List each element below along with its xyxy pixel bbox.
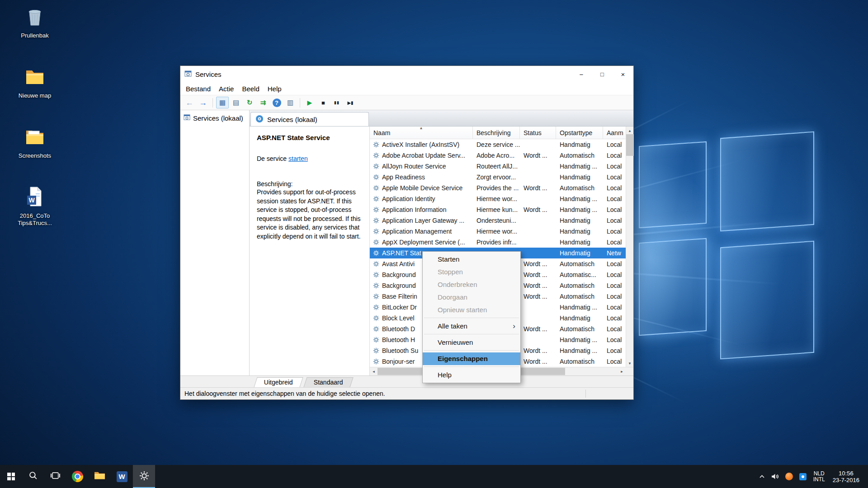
menu-beeld[interactable]: Beeld xyxy=(238,83,263,94)
menu-starten[interactable]: Starten xyxy=(423,253,520,266)
menu-vernieuwen[interactable]: Vernieuwen xyxy=(423,336,520,349)
menu-stoppen[interactable]: Stoppen xyxy=(423,266,520,278)
menu-doorgaan[interactable]: Doorgaan xyxy=(423,291,520,304)
service-logon-as: Local xyxy=(603,195,622,202)
desktop-icon-recycle-bin[interactable]: Prullenbak xyxy=(10,5,60,39)
menu-help[interactable]: Help xyxy=(264,83,286,94)
desktop-icon-screenshots[interactable]: Screenshots xyxy=(10,126,60,160)
tree-root-services-lokaal[interactable]: Services (lokaal) xyxy=(180,113,249,123)
tab-uitgebreid[interactable]: Uitgebreid xyxy=(254,377,303,387)
column-status[interactable]: Status xyxy=(520,127,556,139)
show-action-pane-button[interactable]: ▥ xyxy=(284,97,297,108)
stop-service-button[interactable]: ■ xyxy=(317,97,330,108)
service-row[interactable]: Apple Mobile Device Service Provides the… xyxy=(370,183,626,193)
clock-date: 23-7-2016 xyxy=(833,477,859,483)
status-bar-text: Het dialoogvenster met eigenschappen van… xyxy=(184,390,385,397)
service-action-line: De service starten xyxy=(257,155,363,162)
service-name: Background xyxy=(382,282,416,289)
column-naam[interactable]: Naam xyxy=(370,127,473,139)
service-logon-as: Local xyxy=(603,260,622,267)
scroll-up-icon[interactable]: ▴ xyxy=(626,127,634,134)
service-status: Wordt ... xyxy=(520,206,556,213)
language-indicator[interactable]: NLD INTL xyxy=(810,471,829,483)
service-action-prefix: De service xyxy=(257,155,288,162)
minimize-button[interactable]: − xyxy=(571,66,592,82)
word-button[interactable] xyxy=(111,465,133,488)
service-name: BitLocker Dr xyxy=(382,304,417,311)
service-logon-as: Local xyxy=(603,347,622,354)
pane-tab-label: Services (lokaal) xyxy=(267,116,317,123)
help-button[interactable]: ? xyxy=(270,97,283,108)
start-button[interactable] xyxy=(0,465,22,488)
service-status: Wordt ... xyxy=(520,293,556,300)
start-service-link[interactable]: starten xyxy=(288,155,308,162)
clock[interactable]: 10:56 23-7-2016 xyxy=(829,470,863,483)
start-service-button[interactable]: ▶ xyxy=(303,97,316,108)
column-opstarttype[interactable]: Opstarttype xyxy=(556,127,603,139)
service-logon-as: Local xyxy=(603,141,622,148)
service-row[interactable]: Adobe Acrobat Update Serv... Adobe Acro.… xyxy=(370,150,626,161)
scroll-down-icon[interactable]: ▾ xyxy=(626,359,634,367)
pause-service-button[interactable]: ▮▮ xyxy=(330,97,343,108)
service-gear-icon xyxy=(373,272,379,278)
title-bar[interactable]: Services − □ × xyxy=(180,66,633,82)
menu-bestand[interactable]: Bestand xyxy=(182,83,215,94)
service-row[interactable]: App Readiness Zorgt ervoor... Handmatig … xyxy=(370,172,626,183)
word-icon xyxy=(117,471,127,482)
service-status: Wordt ... xyxy=(520,260,556,267)
status-bar: Het dialoogvenster met eigenschappen van… xyxy=(180,387,633,399)
scroll-left-icon[interactable]: ◂ xyxy=(370,369,377,374)
properties-button[interactable]: ▤ xyxy=(230,97,242,108)
service-row[interactable]: Application Identity Hiermee wor... Hand… xyxy=(370,193,626,204)
service-logon-as: Local xyxy=(603,184,622,192)
services-taskbar-button[interactable] xyxy=(133,465,155,488)
column-beschrijving[interactable]: Beschrijving xyxy=(473,127,520,139)
desktop-icon-label: Screenshots xyxy=(19,152,51,160)
menu-opnieuw-starten[interactable]: Opnieuw starten xyxy=(423,304,520,316)
close-button[interactable]: × xyxy=(613,66,633,82)
maximize-button[interactable]: □ xyxy=(592,66,613,82)
show-console-tree-button[interactable]: ▦ xyxy=(216,97,229,108)
service-name: Application Layer Gateway ... xyxy=(382,217,464,224)
export-list-button[interactable]: ⇉ xyxy=(257,97,269,108)
menu-help[interactable]: Help xyxy=(423,369,520,381)
menu-alle-taken[interactable]: Alle taken xyxy=(423,320,520,333)
forward-button[interactable]: → xyxy=(197,97,209,108)
service-row[interactable]: Application Layer Gateway ... Ondersteun… xyxy=(370,215,626,226)
desktop-icon-label: Nieuwe map xyxy=(19,92,51,99)
pane-tab-services-lokaal[interactable]: Services (lokaal) xyxy=(250,112,369,126)
windows-logo-icon xyxy=(7,473,15,480)
messaging-tray-icon[interactable] xyxy=(796,465,810,488)
chrome-icon xyxy=(72,471,83,482)
desktop-icon-nieuwe-map[interactable]: Nieuwe map xyxy=(10,66,60,99)
menu-actie[interactable]: Actie xyxy=(215,83,238,94)
service-gear-icon xyxy=(373,282,379,289)
service-row[interactable]: AppX Deployment Service (... Provides in… xyxy=(370,237,626,248)
clock-time: 10:56 xyxy=(833,470,859,477)
tab-standaard[interactable]: Standaard xyxy=(303,377,353,387)
service-startup-type: Automatisch xyxy=(556,152,603,159)
task-view-button[interactable] xyxy=(44,465,66,488)
chrome-button[interactable] xyxy=(66,465,89,488)
service-row[interactable]: AllJoyn Router Service Routeert AllJ... … xyxy=(370,161,626,172)
search-button[interactable] xyxy=(22,465,44,488)
service-gear-icon xyxy=(373,141,379,148)
menu-onderbreken[interactable]: Onderbreken xyxy=(423,278,520,291)
vertical-scroll-thumb[interactable] xyxy=(626,134,634,156)
restart-service-button[interactable]: ▶▮ xyxy=(344,97,357,108)
service-row[interactable]: Application Management Hiermee wor... Ha… xyxy=(370,226,626,237)
file-explorer-button[interactable] xyxy=(89,465,111,488)
scroll-right-icon[interactable]: ▸ xyxy=(618,369,626,374)
column-aanmelden[interactable]: Aanm xyxy=(603,127,626,139)
vertical-scrollbar[interactable]: ▴ ▾ xyxy=(626,127,633,367)
back-button[interactable]: ← xyxy=(183,97,196,108)
avast-tray-icon[interactable] xyxy=(782,465,796,488)
service-row[interactable]: Application Information Hiermee kun... W… xyxy=(370,204,626,215)
refresh-button[interactable]: ↻ xyxy=(243,97,256,108)
volume-icon[interactable] xyxy=(768,465,782,488)
tray-chevron-up-icon[interactable] xyxy=(756,465,768,488)
word-document-icon: W xyxy=(24,186,46,209)
desktop-icon-word-document[interactable]: W 2016_CoTo Tips&Trucs... xyxy=(10,186,60,227)
service-row[interactable]: ActiveX Installer (AxInstSV) Deze servic… xyxy=(370,139,626,150)
menu-eigenschappen[interactable]: Eigenschappen xyxy=(423,352,520,365)
